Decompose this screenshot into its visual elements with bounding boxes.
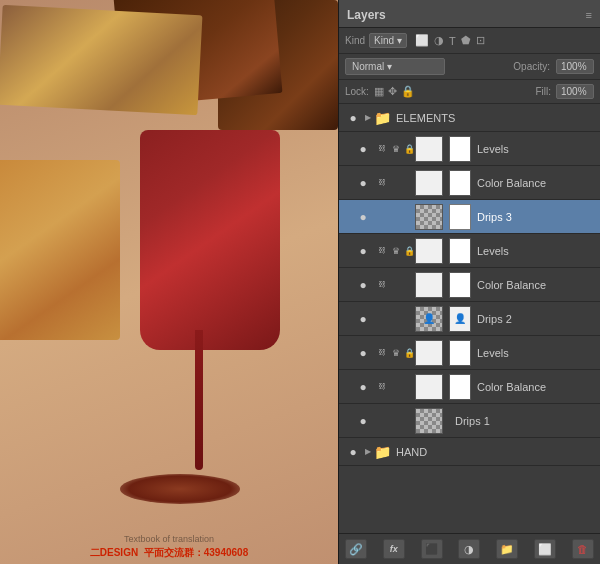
layer-colorbalance-2-mask — [449, 272, 471, 298]
layer-levels-3-visibility[interactable]: ● — [355, 345, 371, 361]
layer-levels-1-visibility[interactable]: ● — [355, 141, 371, 157]
layer-levels-1-thumb — [415, 136, 443, 162]
group-hand-visibility[interactable]: ● — [345, 444, 361, 460]
layer-drips3-thumb — [415, 204, 443, 230]
layer-levels-3-link: ⛓ — [375, 346, 389, 360]
lock-icons: ▦ ✥ 🔒 — [374, 85, 415, 98]
kind-dropdown-label: Kind — [374, 35, 394, 46]
group-elements-arrow: ▶ — [365, 113, 371, 122]
layer-colorbalance-2-link: ⛓ — [375, 278, 389, 292]
drip-pool — [120, 474, 240, 504]
layer-drips1-name: Drips 1 — [455, 415, 594, 427]
layer-colorbalance-3-thumb — [415, 374, 443, 400]
panel-header: Layers ≡ — [339, 0, 600, 28]
layer-drips2[interactable]: ● 👤 👤 Drips 2 — [339, 302, 600, 336]
layer-colorbalance-3-visibility[interactable]: ● — [355, 379, 371, 395]
chocolate-left — [0, 160, 120, 340]
pixel-filter-icon[interactable]: ⬜ — [415, 34, 429, 47]
kind-dropdown[interactable]: Kind ▾ — [369, 33, 407, 48]
layer-levels-3-lock: 🔒 — [403, 347, 415, 359]
blend-mode-row: Normal ▾ Opacity: 100% — [339, 54, 600, 80]
layer-drips1-visibility[interactable]: ● — [355, 413, 371, 429]
layer-drips3-visibility[interactable]: ● — [355, 209, 371, 225]
layer-colorbalance-1-name: Color Balance — [477, 177, 594, 189]
layer-colorbalance-3[interactable]: ● ⛓ Color Balance — [339, 370, 600, 404]
layer-levels-1-link: ⛓ — [375, 142, 389, 156]
layer-colorbalance-2-thumb — [415, 272, 443, 298]
lock-all-icon[interactable]: 🔒 — [401, 85, 415, 98]
layer-drips3[interactable]: ● Drips 3 — [339, 200, 600, 234]
layer-colorbalance-1-fx — [389, 176, 403, 190]
layer-levels-1[interactable]: ● ⛓ ♛ 🔒 Levels — [339, 132, 600, 166]
layer-drips3-mask — [449, 204, 471, 230]
opacity-label: Opacity: — [513, 61, 550, 72]
drip-element — [140, 130, 280, 350]
group-elements-name: ELEMENTS — [396, 112, 594, 124]
group-hand-name: HAND — [396, 446, 594, 458]
layer-drips2-thumb: 👤 — [415, 306, 443, 332]
layer-colorbalance-3-mask — [449, 374, 471, 400]
layer-levels-2-mask — [449, 238, 471, 264]
add-mask-button[interactable]: ⬛ — [421, 539, 443, 559]
layer-colorbalance-1-mask — [449, 170, 471, 196]
filter-icons: ⬜ ◑ T ⬟ ⊡ — [415, 34, 485, 47]
fx-button[interactable]: fx — [383, 539, 405, 559]
shape-filter-icon[interactable]: ⬟ — [461, 34, 471, 47]
opacity-input[interactable]: 100% — [556, 59, 594, 74]
layer-levels-2-crown: ♛ — [389, 244, 403, 258]
layer-levels-1-crown: ♛ — [389, 142, 403, 156]
layer-drips2-visibility[interactable]: ● — [355, 311, 371, 327]
filter-row: Kind Kind ▾ ⬜ ◑ T ⬟ ⊡ — [339, 28, 600, 54]
layer-drips3-name: Drips 3 — [477, 211, 594, 223]
fill-input[interactable]: 100% — [556, 84, 594, 99]
group-hand-folder-icon: 📁 — [374, 444, 391, 460]
layer-levels-2-visibility[interactable]: ● — [355, 243, 371, 259]
adjustment-filter-icon[interactable]: ◑ — [434, 34, 444, 47]
drip-line — [195, 330, 203, 470]
layer-drips2-mask: 👤 — [449, 306, 471, 332]
lock-label: Lock: — [345, 86, 369, 97]
blend-mode-label: Normal — [352, 61, 384, 72]
group-elements-visibility[interactable]: ● — [345, 110, 361, 126]
delete-layer-button[interactable]: 🗑 — [572, 539, 594, 559]
layer-levels-1-mask — [449, 136, 471, 162]
layer-colorbalance-2[interactable]: ● ⛓ Color Balance — [339, 268, 600, 302]
canvas-area: Textbook of translation 二DESIGN 平面交流群：43… — [0, 0, 338, 564]
lock-pixel-icon[interactable]: ▦ — [374, 85, 384, 98]
group-hand-header[interactable]: ● ▶ 📁 HAND — [339, 438, 600, 466]
layers-list: ● ▶ 📁 ELEMENTS ● ⛓ ♛ 🔒 Levels ● ⛓ — [339, 104, 600, 533]
kind-dropdown-arrow: ▾ — [397, 35, 402, 46]
layer-colorbalance-3-link: ⛓ — [375, 380, 389, 394]
layer-levels-2[interactable]: ● ⛓ ♛ 🔒 Levels — [339, 234, 600, 268]
group-elements-folder-icon: 📁 — [374, 110, 391, 126]
layer-levels-2-thumb — [415, 238, 443, 264]
blend-dropdown-arrow: ▾ — [387, 61, 392, 72]
group-hand-arrow: ▶ — [365, 447, 371, 456]
smart-filter-icon[interactable]: ⊡ — [476, 34, 485, 47]
fill-label: Fill: — [535, 86, 551, 97]
layer-colorbalance-2-visibility[interactable]: ● — [355, 277, 371, 293]
layer-colorbalance-1-visibility[interactable]: ● — [355, 175, 371, 191]
group-button[interactable]: 📁 — [496, 539, 518, 559]
new-layer-button[interactable]: ⬜ — [534, 539, 556, 559]
layer-levels-3[interactable]: ● ⛓ ♛ 🔒 Levels — [339, 336, 600, 370]
layer-levels-2-link: ⛓ — [375, 244, 389, 258]
link-layers-button[interactable]: 🔗 — [345, 539, 367, 559]
group-elements-header[interactable]: ● ▶ 📁 ELEMENTS — [339, 104, 600, 132]
layer-colorbalance-1[interactable]: ● ⛓ Color Balance — [339, 166, 600, 200]
panel-menu-icon[interactable]: ≡ — [586, 9, 592, 21]
layer-levels-1-name: Levels — [477, 143, 594, 155]
layer-levels-2-name: Levels — [477, 245, 594, 257]
layer-levels-1-lock: 🔒 — [403, 143, 415, 155]
layer-colorbalance-2-name: Color Balance — [477, 279, 594, 291]
watermark-text: Textbook of translation — [124, 534, 214, 544]
lock-position-icon[interactable]: ✥ — [388, 85, 397, 98]
panel-bottom-toolbar: 🔗 fx ⬛ ◑ 📁 ⬜ 🗑 — [339, 533, 600, 564]
chocolate-top-left — [0, 5, 202, 115]
layer-drips1[interactable]: ● Drips 1 — [339, 404, 600, 438]
layer-drips1-thumb — [415, 408, 443, 434]
blend-mode-dropdown[interactable]: Normal ▾ — [345, 58, 445, 75]
adjustment-button[interactable]: ◑ — [458, 539, 480, 559]
layer-levels-3-thumb — [415, 340, 443, 366]
type-filter-icon[interactable]: T — [449, 35, 456, 47]
